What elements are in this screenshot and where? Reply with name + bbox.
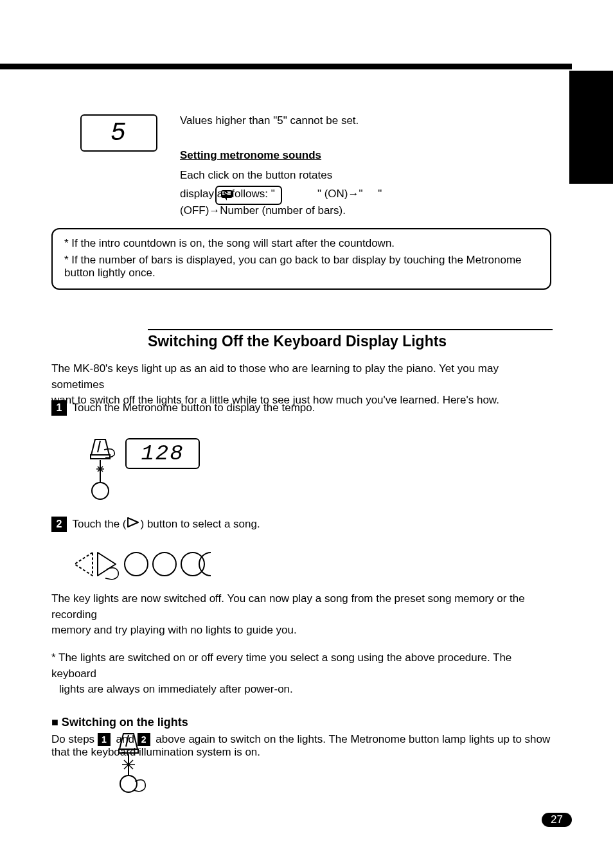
step2-text-b: ) button to select a song. <box>141 518 260 530</box>
text: Setting metronome sounds <box>180 149 321 161</box>
p2a: * The lights are switched on or off ever… <box>51 651 511 680</box>
svg-line-15 <box>126 735 129 747</box>
note-line-2b: lightly once. <box>98 267 155 279</box>
inline-step-1: 1 <box>98 733 111 746</box>
page-number-value: 27 <box>551 813 563 826</box>
figure-arrow-buttons <box>67 546 227 585</box>
right-arrow-icon <box>127 517 141 528</box>
sub-heading: Setting metronome sounds <box>180 148 482 164</box>
text: " (ON)→" <box>317 188 363 200</box>
step-number-2: 2 <box>51 517 67 532</box>
heading-text: ■ Switching on the lights <box>51 716 188 729</box>
intro-l1: The MK-80's keys light up as an aid to t… <box>51 362 499 391</box>
note-box: * If the intro countdown is on, the song… <box>51 228 551 290</box>
text: display as follows: " <box>180 188 275 200</box>
section-title: Switching Off the Keyboard Display Light… <box>148 329 553 350</box>
p2b: lights are always on immediately after p… <box>51 683 293 695</box>
step-2: 2 Touch the ( ) button to select a song. <box>51 517 553 533</box>
p1b: memory and try playing with no lights to… <box>51 624 297 636</box>
text: Values higher than " <box>180 114 277 127</box>
hs-c: above again to switch on the lights. The… <box>153 733 551 745</box>
svg-rect-16 <box>119 749 138 753</box>
hs-d: that the keyboard illumination system is… <box>51 746 260 758</box>
svg-point-22 <box>120 775 137 792</box>
step-1: 1 Touch the Metronome button to display … <box>51 400 553 416</box>
lcd-display-bars: 5 <box>80 114 157 152</box>
title-text: Switching Off the Keyboard Display Light… <box>148 333 447 350</box>
text-block-2: Each click on the button rotates <box>180 168 501 184</box>
svg-point-13 <box>153 553 176 576</box>
note-line-1: * If the intro countdown is on, the song… <box>64 237 538 250</box>
step-number-1: 1 <box>51 400 67 416</box>
text: " cannot be set. <box>283 114 359 127</box>
header-rule <box>0 64 572 69</box>
section-tab <box>569 71 613 184</box>
figure-metronome-lit <box>109 731 148 798</box>
p1a: The key lights are now switched off. You… <box>51 592 525 621</box>
text: (OFF)→Number (number of bars). <box>180 204 346 217</box>
lcd-value: 5 <box>111 119 127 148</box>
svg-rect-5 <box>91 455 110 459</box>
page-number: 27 <box>542 813 572 827</box>
svg-point-11 <box>92 483 109 499</box>
svg-line-4 <box>98 441 100 452</box>
text-block-3: display as follows: " " (ON)→" " <box>180 186 540 202</box>
text: " <box>378 188 382 200</box>
lcd3-value: 128 <box>141 441 184 466</box>
subsection-heading: ■ Switching on the lights <box>51 716 188 729</box>
svg-point-12 <box>125 553 148 576</box>
step2-paragraph: The key lights are now switched off. You… <box>51 591 553 698</box>
figure-metronome-button <box>81 437 120 501</box>
text-block-1: Values higher than "5" cannot be set. <box>180 113 482 129</box>
lcd-display-tempo: 128 <box>125 438 200 469</box>
text-block-4: (OFF)→Number (number of bars). <box>180 203 540 219</box>
hs-a: Do steps <box>51 733 98 745</box>
step2-text-a: Touch the ( <box>72 518 126 530</box>
text: Each click on the button rotates <box>180 169 332 181</box>
svg-point-14 <box>181 553 204 576</box>
step1-text: Touch the Metronome button to display th… <box>72 402 315 414</box>
